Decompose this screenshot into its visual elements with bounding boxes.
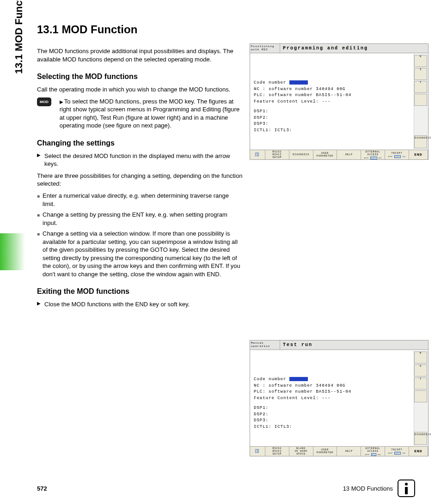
shotB-title: Test run — [280, 340, 428, 350]
selecting-p2-text: To select the MOD functions, press the M… — [60, 98, 239, 129]
cursor-icon — [289, 80, 308, 85]
softkey-help[interactable]: HELP — [337, 447, 361, 456]
side-btn-m[interactable]: M — [414, 352, 427, 364]
shotB-l5: DSP1: — [254, 405, 410, 412]
key-icon: ⚿ — [250, 447, 265, 456]
screenshot-programming: Positioning with MDI Programming and edi… — [250, 43, 429, 160]
softkey-help[interactable]: HELP — [337, 150, 361, 159]
shotA-title: Programming and editing — [280, 44, 428, 53]
shotA-l6: DSP2: — [254, 115, 410, 121]
mod-key-icon: MOD — [37, 97, 51, 106]
shotA-l2: NC : software number 340494 00G — [254, 86, 410, 93]
softkey-diagnosis[interactable]: DIAGNOSIS — [289, 150, 313, 159]
shotA-l8: ICTL1: ICTL3: — [254, 128, 410, 134]
softkey-user-parameter[interactable]: USERPARAMETER — [313, 447, 337, 456]
cursor-icon — [289, 377, 308, 381]
softkey-rs232[interactable]: RS232RS422SETUP — [265, 447, 289, 456]
thumb-tab — [0, 233, 25, 270]
selecting-p2: ▶To select the MOD functions, press the … — [60, 97, 243, 130]
side-btn-blank[interactable] — [414, 94, 427, 106]
shotB-mode: Manual operation — [250, 340, 280, 350]
side-btn-s[interactable]: S — [414, 68, 427, 80]
softkey-blank-workspace[interactable]: BLANKIN WORKSPACE — [289, 447, 313, 456]
softkey-external-access[interactable]: EXTERNALACCESSOFF OFF ON — [361, 150, 385, 159]
shotB-l7: DSP3: — [254, 418, 410, 424]
section-changing: Changing the settings — [37, 139, 243, 147]
screenshot-testrun: Manual operation Test run Code number NC… — [250, 340, 429, 456]
chapter-label: 13 MOD Functions — [343, 485, 393, 492]
section-exiting: Exiting the MOD functions — [37, 287, 243, 296]
changing-b3: Change a setting via a selection window.… — [43, 230, 243, 278]
shotB-l4: Feature Content Level: --- — [254, 395, 410, 402]
side-btn-m[interactable]: M — [414, 55, 427, 67]
shotA-l4: Feature Content Level: --- — [254, 99, 410, 105]
side-btn-s[interactable]: S — [414, 364, 427, 376]
side-btn-blank[interactable] — [414, 390, 427, 402]
page-number: 572 — [37, 485, 47, 492]
shotA-mode: Positioning with MDI — [250, 44, 280, 53]
exiting-p1: Close the MOD functions with the END key… — [44, 300, 190, 309]
page-heading: 13.1 MOD Function — [37, 23, 418, 36]
shotB-l1: Code number — [254, 377, 286, 382]
info-icon — [398, 480, 415, 497]
softkey-user-parameter[interactable]: USERPARAMETER — [313, 150, 337, 159]
side-btn-diagnosis[interactable]: DIAGNOSIS — [414, 432, 427, 445]
side-btn-t[interactable]: T — [414, 377, 427, 389]
softkey-external-access[interactable]: EXTERNALACCESSOFF ON ON — [361, 447, 385, 456]
shotB-l6: DSP2: — [254, 412, 410, 418]
changing-p1: Select the desired MOD function in the d… — [44, 152, 243, 168]
changing-b1: Enter a numerical value directly, e.g. w… — [43, 192, 243, 208]
softkey-end[interactable]: END — [409, 447, 428, 456]
shotB-l2: NC : software number 340494 00G — [254, 383, 410, 389]
softkey-end[interactable]: END — [409, 150, 428, 159]
shotA-l7: DSP3: — [254, 121, 410, 128]
section-selecting: Selecting the MOD functions — [37, 73, 243, 81]
changing-b2: Change a setting by pressing the ENT key… — [43, 211, 243, 227]
shotA-l3: PLC: software number BASIS--51-04 — [254, 92, 410, 99]
softkey-rs232[interactable]: RS232RS422SETUP — [265, 150, 289, 159]
shotA-l5: DSP1: — [254, 109, 410, 115]
shotB-l3: PLC: software number BASIS--51-04 — [254, 389, 410, 395]
softkey-tncopt[interactable]: TNCOPTOFF OFF ON — [385, 150, 409, 159]
side-btn-diagnosis[interactable]: DIAGNOSIS — [414, 135, 427, 148]
shotB-l8: ICTL1: ICTL3: — [254, 424, 410, 431]
key-icon: ⚿ — [250, 150, 265, 159]
selecting-p1: Call the operating mode in which you wis… — [37, 85, 243, 94]
side-btn-t[interactable]: T — [414, 81, 427, 93]
shotA-l1: Code number — [254, 80, 286, 85]
side-section-label: 13.1 MOD Function — [13, 0, 25, 74]
intro-text: The MOD functions provide additional inp… — [37, 47, 243, 63]
softkey-tncopt[interactable]: TNCOPTOFF OFF ON — [385, 447, 409, 456]
changing-p2: There are three possibilities for changi… — [37, 172, 243, 188]
